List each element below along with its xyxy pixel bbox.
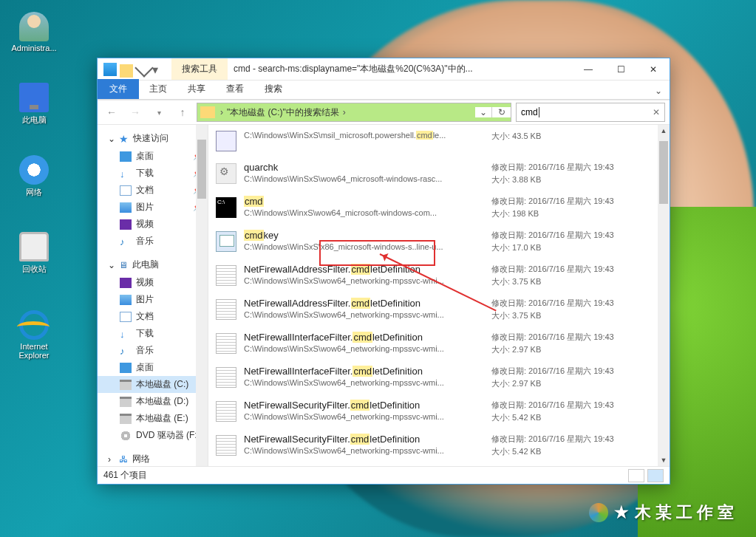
result-path: C:\Windows\WinSxS\wow64_networking-mpssv… — [244, 310, 484, 319]
ribbon-expand-icon[interactable]: ⌄ — [647, 83, 670, 99]
tab-file[interactable]: 文件 — [98, 79, 139, 99]
file-ps-icon — [216, 131, 236, 151]
nav-item-label: DVD 驱动器 (F:) — [136, 429, 200, 442]
result-meta: 修改日期: 2016/7/16 星期六 19:43大小: 17.0 KB — [491, 230, 650, 253]
app-icon[interactable] — [103, 63, 117, 76]
doc-icon — [120, 185, 132, 196]
nav-item-vid[interactable]: 视频 — [98, 216, 208, 233]
result-path: C:\Windows\WinxS\wow64_microsoft-windows… — [244, 208, 484, 217]
desktop-icon-internet-explorer[interactable]: Internet Explorer — [9, 310, 59, 360]
breadcrumb-sep-icon[interactable]: › — [341, 107, 348, 117]
nav-item-desktop[interactable]: 桌面📌 — [98, 148, 208, 165]
search-tools-contextual-tab[interactable]: 搜索工具 — [171, 58, 228, 80]
nav-network[interactable]: ›🖧网络 — [98, 450, 208, 466]
result-row[interactable]: cmdC:\Windows\WinxS\wow64_microsoft-wind… — [208, 191, 658, 225]
desktop-icon-recycle-bin[interactable]: 回收站 — [9, 232, 59, 275]
nav-back-button[interactable]: ← — [102, 103, 121, 122]
result-name: NetFirewallInterfaceFilter.cmdletDefinit… — [244, 366, 484, 377]
nav-item-music[interactable]: ♪音乐 — [98, 342, 208, 359]
file-cmd-icon — [216, 197, 236, 218]
result-name: cmdkey — [244, 230, 484, 241]
status-bar: 461 个项目 — [98, 466, 670, 484]
address-bar[interactable]: › "本地磁盘 (C:)"中的搜索结果 › ⌄ ↻ — [197, 103, 511, 122]
result-path: C:\Windows\WinSxS\wow64_microsoft-window… — [244, 174, 484, 183]
tab-view[interactable]: 查看 — [216, 79, 254, 99]
navigation-pane: ⌄★快速访问 桌面📌↓下载📌文档📌图片📌视频♪音乐 ⌄🖥此电脑 视频图片文档↓下… — [98, 125, 208, 466]
nav-item-drive[interactable]: 本地磁盘 (E:) — [98, 410, 208, 427]
nav-item-label: 本地磁盘 (E:) — [136, 412, 188, 425]
file-exe-icon — [216, 231, 236, 252]
nav-scrollbar[interactable] — [196, 125, 208, 466]
result-meta: 修改日期: 2016/7/16 星期六 19:43大小: 3.75 KB — [491, 264, 650, 287]
nav-item-img[interactable]: 图片 — [98, 291, 208, 308]
clear-search-icon[interactable]: ✕ — [653, 107, 660, 117]
result-row[interactable]: NetFirewallSecurityFilter.cmdletDefiniti… — [208, 395, 658, 429]
search-input[interactable]: cmd ✕ — [516, 103, 665, 122]
tab-share[interactable]: 共享 — [177, 79, 216, 99]
nav-item-drive[interactable]: 本地磁盘 (D:) — [98, 393, 208, 410]
result-meta: 修改日期: 2016/7/16 星期六 19:43大小: 3.75 KB — [491, 298, 650, 321]
desktop-icon-this-pc[interactable]: 此电脑 — [9, 83, 59, 126]
qat-properties-icon[interactable] — [120, 64, 133, 78]
breadcrumb-segment[interactable]: "本地磁盘 (C:)"中的搜索结果 — [225, 106, 341, 119]
dvd-icon — [120, 431, 132, 441]
nav-item-doc[interactable]: 文档📌 — [98, 182, 208, 199]
result-path: C:\Windows\WinSxS\x86_microsoft-windows-… — [244, 242, 484, 251]
nav-quick-access[interactable]: ⌄★快速访问 — [98, 129, 208, 148]
network-icon — [19, 155, 49, 185]
nav-recent-dropdown[interactable]: ▾ — [149, 103, 168, 122]
nav-up-button[interactable]: ↑ — [173, 103, 192, 122]
scroll-down-icon[interactable]: ▼ — [658, 454, 670, 466]
nav-item-img[interactable]: 图片📌 — [98, 199, 208, 216]
result-row[interactable]: NetFirewallSecurityFilter.cmdletDefiniti… — [208, 429, 658, 463]
qat-newfolder-icon[interactable] — [134, 58, 153, 77]
music-icon: ♪ — [120, 346, 132, 356]
nav-item-music[interactable]: ♪音乐 — [98, 233, 208, 250]
nav-item-doc[interactable]: 文档 — [98, 308, 208, 325]
result-meta: 修改日期: 2016/7/16 星期六 19:43大小: 5.42 KB — [491, 400, 650, 423]
breadcrumb-sep-icon[interactable]: › — [218, 107, 225, 117]
minimize-button[interactable]: — — [572, 59, 605, 80]
result-row[interactable]: C:\Windows\WinSxS\msil_microsoft.powersh… — [208, 125, 658, 157]
nav-item-dl[interactable]: ↓下载 — [98, 325, 208, 342]
address-dropdown-icon[interactable]: ⌄ — [475, 107, 491, 117]
scroll-thumb[interactable] — [659, 141, 668, 204]
result-meta: 修改日期: 2016/7/16 星期六 19:43大小: 3.88 KB — [491, 162, 650, 185]
desktop-icon-network[interactable]: 网络 — [9, 155, 59, 198]
tab-home[interactable]: 主页 — [139, 79, 177, 99]
close-button[interactable]: ✕ — [637, 59, 670, 80]
result-row[interactable]: NetFirewallInterfaceFilter.cmdletDefinit… — [208, 327, 658, 361]
text-caret — [539, 107, 539, 117]
nav-forward-button[interactable]: → — [126, 103, 145, 122]
result-path: C:\Windows\WinSxS\wow64_networking-mpssv… — [244, 412, 484, 421]
scroll-up-icon[interactable]: ▲ — [658, 125, 670, 137]
result-meta: 修改日期: 2016/7/16 星期六 19:43大小: 2.97 KB — [491, 366, 650, 389]
nav-item-dl[interactable]: ↓下载📌 — [98, 165, 208, 182]
maximize-button[interactable]: ☐ — [605, 59, 637, 80]
view-details-button[interactable] — [628, 469, 644, 482]
drive-icon — [120, 414, 132, 424]
address-row: ← → ▾ ↑ › "本地磁盘 (C:)"中的搜索结果 › ⌄ ↻ cmd ✕ — [98, 100, 670, 125]
titlebar: ▾ 搜索工具 cmd - search-ms:displayname="本地磁盘… — [98, 58, 670, 81]
tab-search[interactable]: 搜索 — [254, 79, 293, 99]
content-scrollbar[interactable]: ▲ ▼ — [658, 125, 670, 466]
nav-this-pc[interactable]: ⌄🖥此电脑 — [98, 256, 208, 274]
nav-item-drive[interactable]: 本地磁盘 (C:) — [98, 376, 208, 393]
nav-item-dvd[interactable]: DVD 驱动器 (F:) — [98, 427, 208, 444]
result-row[interactable]: NetFirewallAddressFilter.cmdletDefinitio… — [208, 259, 658, 293]
recycle-bin-icon — [19, 232, 49, 261]
pc-icon — [19, 83, 49, 112]
desktop-icon-administrator[interactable]: Administra... — [9, 12, 59, 52]
result-row[interactable]: cmdkeyC:\Windows\WinSxS\x86_microsoft-wi… — [208, 225, 658, 259]
nav-item-label: 下载 — [136, 327, 154, 340]
ie-icon — [19, 310, 49, 340]
result-row[interactable]: NetFirewallInterfaceFilter.cmdletDefinit… — [208, 361, 658, 395]
result-row[interactable]: NetFirewallAddressFilter.cmdletDefinitio… — [208, 293, 658, 327]
result-row[interactable]: quarchkC:\Windows\WinSxS\wow64_microsoft… — [208, 157, 658, 191]
refresh-button[interactable]: ↻ — [491, 107, 511, 117]
nav-item-vid[interactable]: 视频 — [98, 274, 208, 291]
nav-item-desktop[interactable]: 桌面 — [98, 359, 208, 376]
qat-dropdown-icon[interactable]: ▾ — [152, 63, 166, 76]
result-path: C:\Windows\WinSxS\msil_microsoft.powersh… — [244, 131, 484, 140]
view-tiles-button[interactable] — [647, 469, 664, 482]
